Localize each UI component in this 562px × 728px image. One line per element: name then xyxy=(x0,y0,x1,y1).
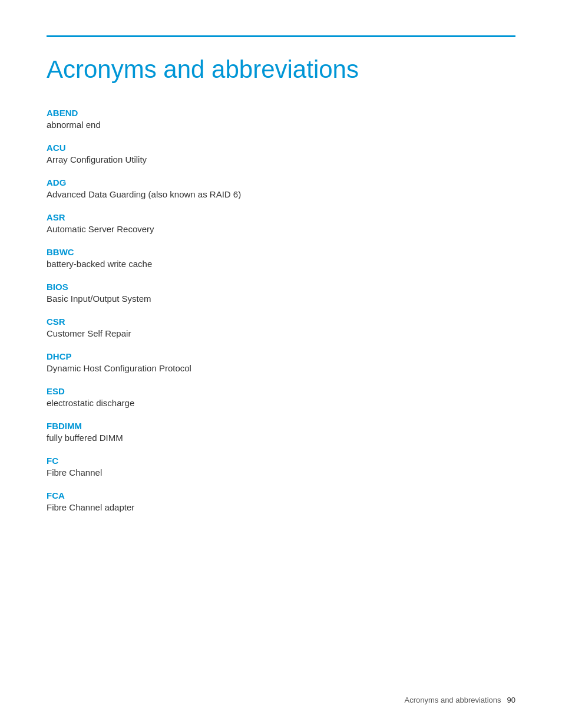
acronym-definition: Array Configuration Utility xyxy=(47,154,515,164)
acronym-term: ACU xyxy=(47,143,515,153)
acronym-term: FC xyxy=(47,456,515,466)
acronym-term: DHCP xyxy=(47,351,515,361)
page-container: Acronyms and abbreviations ABENDabnormal… xyxy=(0,0,562,572)
acronym-term: BBWC xyxy=(47,247,515,257)
list-item: FCFibre Channel xyxy=(47,456,515,477)
list-item: DHCPDynamic Host Configuration Protocol xyxy=(47,351,515,373)
footer-text: Acronyms and abbreviations xyxy=(405,696,501,704)
list-item: CSRCustomer Self Repair xyxy=(47,317,515,338)
page-footer: Acronyms and abbreviations 90 xyxy=(405,696,516,704)
list-item: FCAFibre Channel adapter xyxy=(47,490,515,512)
list-item: ESDelectrostatic discharge xyxy=(47,386,515,408)
acronym-list: ABENDabnormal endACUArray Configuration … xyxy=(47,108,515,512)
acronym-term: CSR xyxy=(47,317,515,327)
acronym-term: FCA xyxy=(47,490,515,500)
page-title: Acronyms and abbreviations xyxy=(47,55,515,84)
acronym-term: BIOS xyxy=(47,282,515,292)
acronym-term: FBDIMM xyxy=(47,421,515,431)
footer-page-number: 90 xyxy=(507,696,515,704)
acronym-definition: Customer Self Repair xyxy=(47,328,515,338)
acronym-definition: Dynamic Host Configuration Protocol xyxy=(47,363,515,373)
acronym-definition: Fibre Channel xyxy=(47,467,515,477)
acronym-definition: abnormal end xyxy=(47,120,515,130)
list-item: BBWCbattery-backed write cache xyxy=(47,247,515,269)
list-item: ACUArray Configuration Utility xyxy=(47,143,515,164)
list-item: ASRAutomatic Server Recovery xyxy=(47,212,515,234)
acronym-definition: Automatic Server Recovery xyxy=(47,224,515,234)
acronym-definition: electrostatic discharge xyxy=(47,398,515,408)
acronym-term: ABEND xyxy=(47,108,515,118)
acronym-definition: Fibre Channel adapter xyxy=(47,502,515,512)
acronym-definition: fully buffered DIMM xyxy=(47,433,515,443)
acronym-definition: battery-backed write cache xyxy=(47,259,515,269)
list-item: ABENDabnormal end xyxy=(47,108,515,130)
acronym-term: ASR xyxy=(47,212,515,222)
list-item: FBDIMMfully buffered DIMM xyxy=(47,421,515,443)
acronym-definition: Basic Input/Output System xyxy=(47,294,515,304)
acronym-term: ESD xyxy=(47,386,515,396)
acronym-definition: Advanced Data Guarding (also known as RA… xyxy=(47,189,515,199)
list-item: BIOSBasic Input/Output System xyxy=(47,282,515,304)
list-item: ADGAdvanced Data Guarding (also known as… xyxy=(47,177,515,199)
acronym-term: ADG xyxy=(47,177,515,187)
top-border xyxy=(47,35,515,37)
